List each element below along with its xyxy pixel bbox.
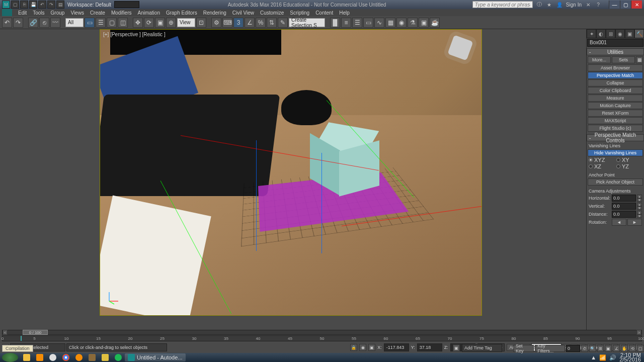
- add-time-tag[interactable]: Add Time Tag: [462, 344, 502, 352]
- schematic-button[interactable]: ▦: [385, 18, 395, 28]
- select-by-name-button[interactable]: ☰: [96, 18, 106, 28]
- spinner-up[interactable]: ▲: [637, 195, 642, 198]
- angle-snap-button[interactable]: ∠: [245, 18, 255, 28]
- pm-rollout-header[interactable]: Perspective Match Controls: [587, 134, 644, 141]
- task-chrome[interactable]: [59, 353, 72, 361]
- undo-button[interactable]: ↶: [2, 18, 12, 28]
- start-button[interactable]: [2, 353, 18, 362]
- utility-asset-browser[interactable]: Asset Browser: [588, 64, 643, 71]
- tray-arrow-icon[interactable]: ▲: [591, 354, 596, 360]
- motion-tab[interactable]: ◉: [615, 29, 625, 38]
- unlink-button[interactable]: ⎋: [39, 18, 49, 28]
- select-region-button[interactable]: ▢: [107, 18, 117, 28]
- scale-button[interactable]: ▣: [155, 18, 165, 28]
- spinner-down[interactable]: ▼: [637, 214, 642, 218]
- menu-modifiers[interactable]: Modifiers: [108, 10, 135, 16]
- current-frame-input[interactable]: 0: [566, 345, 580, 352]
- time-slider-track[interactable]: 0 / 100: [8, 330, 636, 335]
- set-key-button[interactable]: Set Key: [513, 345, 534, 352]
- isolate-button[interactable]: ◉: [359, 344, 366, 351]
- tray-volume-icon[interactable]: 🔊: [609, 354, 616, 361]
- task-3dsmax[interactable]: Untitled - Autode...: [125, 353, 186, 361]
- utility-reset-xform[interactable]: Reset XForm: [588, 110, 643, 117]
- zoom-button[interactable]: 🔍: [589, 345, 596, 352]
- save-icon[interactable]: 💾: [29, 1, 37, 9]
- menu-graph-editors[interactable]: Graph Editors: [163, 10, 200, 16]
- task-vlc[interactable]: [72, 353, 86, 361]
- radio-xz[interactable]: XZ: [589, 163, 614, 169]
- align-button[interactable]: ≡: [341, 18, 351, 28]
- menu-scripting[interactable]: Scripting: [287, 10, 312, 16]
- link-button[interactable]: 🔗: [28, 18, 38, 28]
- time-slider-thumb[interactable]: 0 / 100: [23, 330, 48, 335]
- minimize-button[interactable]: —: [609, 1, 620, 9]
- y-coord[interactable]: 37.18: [417, 343, 442, 351]
- close-button[interactable]: ✕: [631, 1, 642, 9]
- rotate-button[interactable]: ⟳: [144, 18, 154, 28]
- redo-button[interactable]: ↷: [13, 18, 23, 28]
- task-spotify[interactable]: [112, 353, 125, 361]
- task-wmp[interactable]: [33, 353, 46, 361]
- render-button[interactable]: ☕: [430, 18, 440, 28]
- create-tab[interactable]: ✦: [587, 29, 596, 38]
- menu-content[interactable]: Content: [312, 10, 336, 16]
- menu-views[interactable]: Views: [67, 10, 87, 16]
- modify-tab[interactable]: ◐: [596, 29, 606, 38]
- fov-button[interactable]: ∠: [613, 345, 620, 352]
- maximize-viewport-button[interactable]: ▢: [637, 345, 644, 352]
- move-button[interactable]: ✥: [133, 18, 143, 28]
- radio-xyz[interactable]: XYZ: [589, 157, 614, 163]
- menu-group[interactable]: Group: [48, 10, 68, 16]
- viewcube[interactable]: [445, 33, 475, 63]
- new-icon[interactable]: ▢: [11, 1, 19, 9]
- perspective-viewport[interactable]: [+] [Perspective ] [Realistic ]: [100, 29, 482, 316]
- lock-selection-button[interactable]: 🔒: [350, 344, 357, 351]
- utility-color-clipboard[interactable]: Color Clipboard: [588, 87, 643, 94]
- keyboard-shortcut-button[interactable]: ⌨: [222, 18, 232, 28]
- spinner-down[interactable]: ▼: [637, 206, 642, 210]
- toggle-ribbon-button[interactable]: ▭: [363, 18, 373, 28]
- menu-tools[interactable]: Tools: [30, 10, 47, 16]
- menu-customize[interactable]: Customize: [257, 10, 287, 16]
- utility-motion-capture[interactable]: Motion Capture: [588, 102, 643, 109]
- render-setup-button[interactable]: ⚗: [408, 18, 418, 28]
- clock[interactable]: 2:10 PM 2/5/2016: [619, 353, 641, 362]
- app-menu-icon[interactable]: M: [2, 1, 10, 9]
- spinner-up[interactable]: ▲: [637, 211, 642, 214]
- layers-button[interactable]: ☰: [352, 18, 362, 28]
- task-app1[interactable]: [86, 353, 99, 361]
- utilities-rollout-header[interactable]: Utilities: [587, 48, 644, 55]
- named-sel-dropdown[interactable]: Create Selection S: [289, 18, 325, 27]
- menu-help[interactable]: Help: [336, 10, 353, 16]
- spinner-up[interactable]: ▲: [637, 203, 642, 206]
- radio-xy[interactable]: XY: [616, 157, 642, 163]
- undo-icon[interactable]: ↶: [38, 1, 46, 9]
- configure-button[interactable]: ▦: [636, 56, 643, 63]
- render-frame-button[interactable]: ▣: [419, 18, 429, 28]
- utility-maxscript[interactable]: MAXScript: [588, 117, 643, 124]
- menu-create[interactable]: Create: [87, 10, 108, 16]
- open-icon[interactable]: ⎘: [20, 1, 28, 9]
- redo-icon[interactable]: ↷: [47, 1, 55, 9]
- edit-named-sel-button[interactable]: ✎: [278, 18, 288, 28]
- viewport-label[interactable]: [+] [Perspective ] [Realistic ]: [103, 32, 166, 37]
- rotation-right-button[interactable]: ►: [627, 219, 642, 226]
- project-icon[interactable]: ▤: [56, 1, 64, 9]
- pick-anchor-button[interactable]: Pick Anchor Object: [588, 178, 643, 186]
- menu-rendering[interactable]: Rendering: [200, 10, 229, 16]
- star-icon[interactable]: ★: [546, 1, 553, 8]
- infocenter-icon[interactable]: ⓘ: [536, 1, 543, 8]
- zoom-extents-button[interactable]: ▣: [605, 345, 612, 352]
- x-coord[interactable]: -117.843: [384, 343, 409, 351]
- utilities-tab[interactable]: 🔨: [634, 29, 644, 38]
- mirror-button[interactable]: ▐▌: [330, 18, 340, 28]
- more-button[interactable]: More...: [588, 56, 611, 63]
- task-notes[interactable]: [99, 353, 112, 361]
- radio-yz[interactable]: YZ: [616, 163, 642, 169]
- bind-spacewarp-button[interactable]: 〰: [50, 18, 60, 28]
- maxscript-listener[interactable]: Compilation: [2, 345, 33, 352]
- task-itunes[interactable]: [46, 353, 59, 361]
- select-object-button[interactable]: ▭: [85, 18, 95, 28]
- hierarchy-tab[interactable]: ⊞: [606, 29, 615, 38]
- orbit-button[interactable]: ⟲: [629, 345, 636, 352]
